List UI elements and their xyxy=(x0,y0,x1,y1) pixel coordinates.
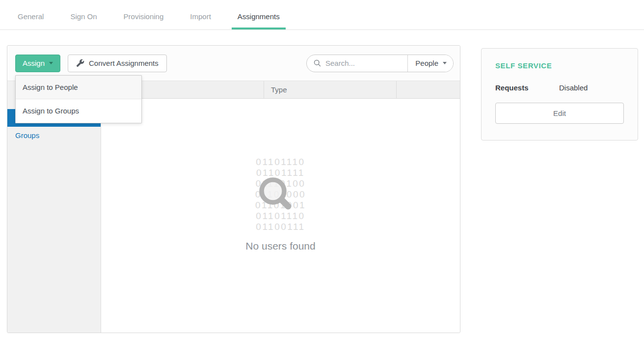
self-service-title: SELF SERVICE xyxy=(495,61,624,70)
self-service-panel: SELF SERVICE Requests Disabled Edit xyxy=(481,48,638,140)
search-scope-dropdown[interactable]: People xyxy=(408,55,453,72)
convert-assignments-button[interactable]: Convert Assignments xyxy=(68,55,167,72)
requests-row: Requests Disabled xyxy=(495,84,624,92)
menu-item-assign-to-groups[interactable]: Assign to Groups xyxy=(16,99,141,123)
chevron-down-icon xyxy=(49,62,53,64)
requests-value: Disabled xyxy=(559,84,588,92)
search-input[interactable] xyxy=(325,59,407,67)
empty-state-message: No users found xyxy=(101,240,460,252)
wrench-icon xyxy=(76,59,84,67)
tab-import[interactable]: Import xyxy=(184,1,217,29)
tab-assignments[interactable]: Assignments xyxy=(232,1,286,29)
column-header-actions xyxy=(396,81,460,98)
binary-art: 01101110 01101111 01110100 01101000 0110… xyxy=(255,157,306,232)
empty-state: 01101110 01101111 01110100 01101000 0110… xyxy=(101,99,460,252)
magnifier-icon xyxy=(256,174,296,215)
binary-line: 01100111 xyxy=(255,222,306,232)
assign-button-label: Assign xyxy=(23,59,45,67)
search-box: People xyxy=(306,55,454,72)
app-tab-bar: General Sign On Provisioning Import Assi… xyxy=(0,0,644,30)
chevron-down-icon xyxy=(443,62,447,64)
menu-item-assign-to-people[interactable]: Assign to People xyxy=(16,76,141,99)
column-header-type: Type xyxy=(264,81,396,98)
convert-assignments-label: Convert Assignments xyxy=(89,59,159,67)
edit-button[interactable]: Edit xyxy=(495,103,624,124)
requests-label: Requests xyxy=(495,84,559,92)
search-icon xyxy=(313,59,322,67)
assignments-table: Type 01101110 01101111 01110100 01101000… xyxy=(101,81,460,333)
tab-provisioning[interactable]: Provisioning xyxy=(118,1,170,29)
assign-dropdown-menu: Assign to People Assign to Groups xyxy=(15,75,142,123)
tab-sign-on[interactable]: Sign On xyxy=(64,1,103,29)
tab-general[interactable]: General xyxy=(12,1,50,29)
assign-button[interactable]: Assign xyxy=(15,55,60,72)
binary-line: 01101110 xyxy=(255,157,306,168)
sidebar-item-groups[interactable]: Groups xyxy=(7,127,101,144)
search-scope-label: People xyxy=(415,59,438,67)
table-header-row: Type xyxy=(101,81,460,99)
assignments-panel: Assign Convert Assignments xyxy=(7,45,460,333)
assignments-page: General Sign On Provisioning Import Assi… xyxy=(0,0,644,337)
